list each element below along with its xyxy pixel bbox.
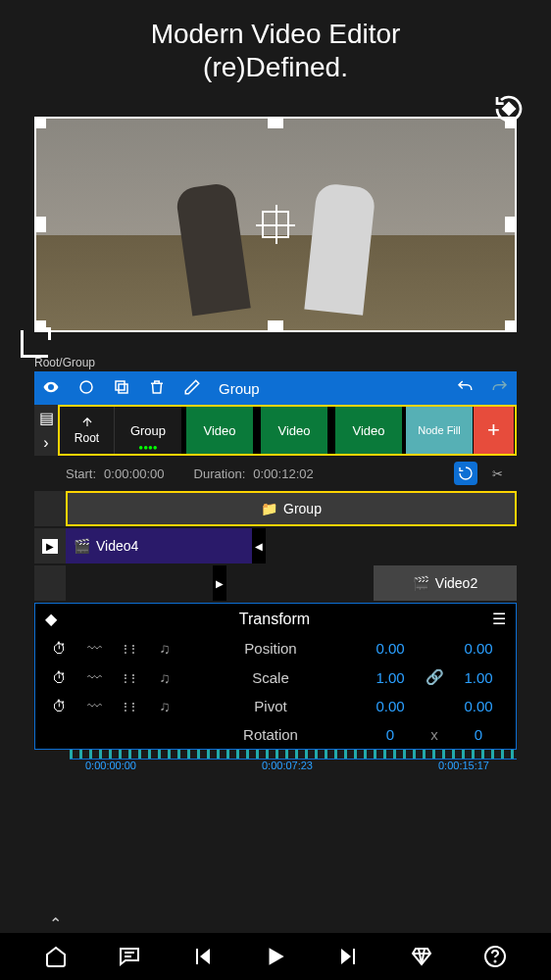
preview-area[interactable] [34,95,517,348]
chevron-right-icon[interactable]: › [43,434,48,452]
track-video4: ▶ 🎬 Video4 ◀ [34,528,517,564]
diamond-icon[interactable] [405,940,438,973]
svg-rect-2 [119,384,127,393]
stopwatch-icon[interactable]: ⏱ [43,698,75,714]
keyframe-icon[interactable]: ◆ [45,610,57,628]
video-subject [304,182,376,316]
graph-icon[interactable]: 〰 [78,698,110,714]
visibility-icon[interactable] [42,378,60,399]
value-x[interactable]: 0 [361,726,420,743]
prop-rotation: Rotation 0 x 0 [35,720,516,749]
resize-handle[interactable] [268,117,283,128]
wiggle-icon[interactable]: ⫶⫶ [114,698,145,714]
toolbar-title: Group [219,380,260,397]
wiggle-icon[interactable]: ⫶⫶ [114,669,145,686]
wiggle-icon[interactable]: ⫶⫶ [114,640,145,657]
copy-icon[interactable] [113,378,130,399]
link-icon[interactable]: 🔗 [424,668,445,686]
transform-panel: ◆ Transform ☰ ⏱ 〰 ⫶⫶ ♫ Position 0.00 0.0… [34,603,517,750]
audio-icon[interactable]: ♫ [149,698,180,714]
redo-icon[interactable] [491,378,509,399]
value-y[interactable]: 1.00 [449,669,508,686]
root-button[interactable]: Root [60,407,115,454]
track-gutter[interactable] [34,491,66,526]
resize-handle[interactable] [505,320,517,332]
resize-handle[interactable] [34,117,46,128]
duration-value[interactable]: 0:00:12:02 [253,466,313,481]
prop-pivot: ⏱ 〰 ⫶⫶ ♫ Pivot 0.00 0.00 [35,692,516,720]
clip-strip: Root Group ●●●● Video Video Video Node F… [58,405,517,456]
track-gutter[interactable]: ▶ [34,528,66,564]
clip-video[interactable]: Video [331,407,406,454]
clip-group[interactable]: Group ●●●● [115,407,182,454]
reset-icon[interactable] [454,462,477,485]
resize-handle[interactable] [34,217,46,232]
comment-icon[interactable] [113,940,146,973]
clip-info: Start: 0:00:00:00 Duration: 0:00:12:02 ✂ [34,456,517,491]
start-value[interactable]: 0:00:00:00 [104,466,164,481]
help-icon[interactable] [478,940,512,973]
circle-icon[interactable] [77,378,95,399]
headline-line2: (re)Defined. [0,51,551,84]
add-clip-button[interactable]: + [474,407,515,454]
preview-frame[interactable] [34,117,517,332]
bottom-navbar [0,933,551,980]
clip-video[interactable]: Video [182,407,257,454]
timecode: 0:00:07:23 [262,760,313,771]
value-x[interactable]: 0.00 [361,640,420,657]
edit-icon[interactable] [183,378,201,399]
video2-bar[interactable]: 🎬 Video2 [374,565,517,601]
value-y[interactable]: 0.00 [449,640,508,657]
x-separator: x [424,726,445,743]
start-label: Start: [66,466,96,481]
indicator-dots: ●●●● [138,443,157,452]
group-bar[interactable]: 📁 Group [66,491,517,526]
transform-header: ◆ Transform ☰ [35,604,516,634]
resize-handle[interactable] [505,217,517,232]
graph-icon[interactable]: 〰 [78,669,110,686]
clip-edge-handle[interactable]: ◀ [252,528,266,564]
trash-icon[interactable] [148,378,166,399]
home-icon[interactable] [39,940,73,973]
timecode: 0:00:15:17 [438,760,489,771]
video-subject [175,182,251,317]
menu-icon[interactable]: ☰ [492,610,506,628]
clip-video[interactable]: Video [257,407,331,454]
rotate-icon[interactable] [493,93,525,124]
next-frame-icon[interactable] [332,940,366,973]
graph-icon[interactable]: 〰 [78,640,110,657]
svg-point-1 [80,381,92,393]
clip-node[interactable]: Node Fill [406,407,474,454]
side-collapse[interactable]: ▤ › [34,405,58,456]
timecode: 0:00:00:00 [85,760,136,771]
play-icon[interactable] [259,940,292,973]
svg-point-7 [494,961,495,962]
resize-handle[interactable] [268,320,283,332]
video-icon: 🎬 [74,538,90,554]
audio-icon[interactable]: ♫ [149,640,180,657]
stopwatch-icon[interactable]: ⏱ [43,669,75,686]
track-gutter[interactable] [34,565,66,601]
value-y[interactable]: 0.00 [449,698,508,714]
duration-label: Duration: [194,466,246,481]
breadcrumb: Root/Group [0,354,551,371]
cut-icon[interactable]: ✂ [485,462,509,485]
track-group: 📁 Group [34,491,517,526]
fullscreen-icon[interactable] [21,330,48,358]
value-x[interactable]: 1.00 [361,669,420,686]
undo-icon[interactable] [456,378,474,399]
video-icon: 🎬 [413,575,429,591]
value-y[interactable]: 0 [449,726,508,743]
headline-line1: Modern Video Editor [0,18,551,51]
panel-icon[interactable]: ▤ [39,409,54,427]
folder-icon: 📁 [261,501,277,516]
anchor-crosshair-icon[interactable] [262,211,289,238]
stopwatch-icon[interactable]: ⏱ [43,640,75,657]
prev-frame-icon[interactable] [185,940,219,973]
chevron-up-icon[interactable]: ⌃ [43,913,67,933]
video4-bar[interactable]: 🎬 Video4 [66,528,252,564]
audio-icon[interactable]: ♫ [149,669,180,686]
timeline-ruler[interactable]: 0:00:00:00 0:00:07:23 0:00:15:17 [34,750,517,779]
value-x[interactable]: 0.00 [361,698,420,714]
clip-edge-handle[interactable]: ▶ [213,565,226,601]
